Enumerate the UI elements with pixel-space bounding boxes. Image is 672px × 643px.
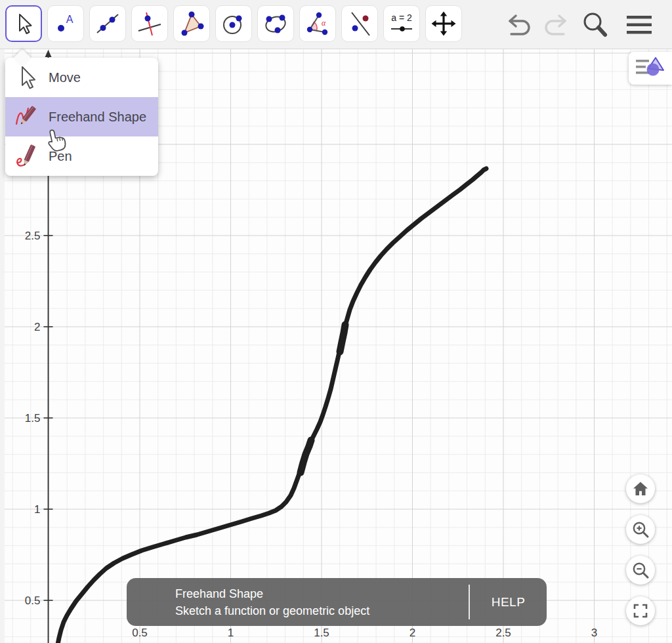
- cursor-arrow-icon: [14, 64, 41, 91]
- fullscreen-icon: [632, 602, 649, 619]
- point-tool-button[interactable]: A: [47, 5, 84, 42]
- geogebra-app: 2.521.510.50.511.522.53 A: [0, 0, 672, 643]
- zoom-out-icon: [632, 562, 650, 579]
- perpendicular-line-icon: [136, 10, 163, 37]
- view-settings-icon: [635, 55, 667, 81]
- x-tick-label: 1.5: [314, 627, 329, 639]
- svg-text:α: α: [322, 18, 326, 28]
- search-button[interactable]: [580, 10, 609, 39]
- circle-with-center-icon: [220, 10, 247, 37]
- circle-with-center-tool-button[interactable]: [215, 5, 252, 42]
- y-tick-label: 1.5: [25, 412, 41, 425]
- menu-item-label: Pen: [49, 149, 72, 164]
- x-tick-label: 2: [410, 627, 415, 639]
- main-menu-button[interactable]: [625, 10, 654, 39]
- tooltip-subtitle: Sketch a function or geometric object: [175, 602, 469, 619]
- slider-tool-button[interactable]: a = 2: [383, 5, 420, 42]
- angle-icon: α: [304, 10, 331, 37]
- tooltip-text: Freehand Shape Sketch a function or geom…: [127, 578, 469, 626]
- search-icon: [580, 10, 609, 39]
- menu-item-pen[interactable]: Pen: [5, 136, 158, 176]
- toolbar: A: [0, 0, 672, 49]
- slider-icon: a = 2: [388, 10, 415, 37]
- x-tick-label: 0.5: [132, 627, 148, 639]
- tool-dropdown-menu: Move Freehand Shape: [5, 58, 158, 176]
- menu-item-label: Freehand Shape: [49, 110, 146, 125]
- y-tick-label: 2: [34, 321, 40, 333]
- undo-button[interactable]: [505, 10, 534, 39]
- line-through-two-points-icon: [94, 10, 121, 37]
- reflect-about-line-icon: [346, 10, 373, 37]
- home-button[interactable]: [626, 474, 655, 503]
- y-tick-label: 0.5: [25, 594, 41, 607]
- redo-icon: [542, 13, 568, 37]
- fullscreen-button[interactable]: [626, 596, 655, 625]
- undo-icon: [507, 13, 533, 37]
- svg-text:a = 2: a = 2: [391, 12, 412, 23]
- svg-text:A: A: [66, 14, 74, 25]
- y-tick-label: 2.5: [25, 230, 41, 242]
- tool-help-tooltip: Freehand Shape Sketch a function or geom…: [127, 578, 547, 626]
- hamburger-menu-icon: [625, 13, 653, 37]
- x-tick-label: 1: [228, 627, 234, 639]
- move-tool-button[interactable]: [5, 5, 42, 42]
- angle-tool-button[interactable]: α: [299, 5, 336, 42]
- move-canvas-icon: [430, 10, 457, 37]
- polygon-icon: [178, 10, 205, 37]
- redo-button[interactable]: [541, 10, 570, 39]
- ellipse-icon: [262, 10, 289, 37]
- pen-icon: [14, 143, 41, 169]
- ellipse-tool-button[interactable]: [257, 5, 294, 42]
- zoom-out-button[interactable]: [626, 556, 655, 585]
- home-icon: [632, 480, 649, 497]
- freehand-shape-icon: [14, 104, 41, 130]
- tooltip-title: Freehand Shape: [175, 585, 469, 602]
- zoom-in-icon: [632, 521, 650, 539]
- y-tick-label: 1: [34, 503, 40, 516]
- point-icon: A: [52, 10, 79, 37]
- help-button[interactable]: HELP: [470, 578, 547, 626]
- polygon-tool-button[interactable]: [173, 5, 210, 42]
- zoom-in-button[interactable]: [626, 515, 655, 544]
- line-tool-button[interactable]: [89, 5, 126, 42]
- x-tick-label: 2.5: [495, 627, 511, 639]
- graphics-view-settings-button[interactable]: [629, 52, 672, 85]
- reflect-about-line-tool-button[interactable]: [341, 5, 378, 42]
- canvas-left-edge: [0, 49, 5, 643]
- menu-item-move[interactable]: Move: [5, 58, 158, 97]
- menu-item-freehand-shape[interactable]: Freehand Shape: [5, 97, 158, 136]
- x-tick-label: 3: [591, 627, 597, 639]
- cursor-arrow-icon: [10, 10, 37, 37]
- move-graphics-view-tool-button[interactable]: [425, 5, 462, 42]
- menu-item-label: Move: [49, 70, 81, 85]
- perpendicular-line-tool-button[interactable]: [131, 5, 168, 42]
